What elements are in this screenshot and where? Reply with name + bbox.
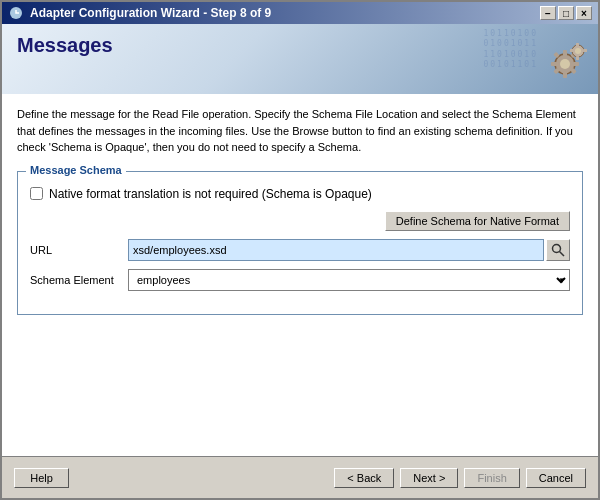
svg-rect-13 [576,43,579,47]
search-icon [551,243,565,257]
svg-rect-15 [570,49,574,52]
svg-rect-14 [576,56,579,60]
message-schema-group: Message Schema Native format translation… [17,171,583,315]
finish-button[interactable]: Finish [464,468,519,488]
group-box-legend: Message Schema [26,164,126,176]
svg-rect-5 [551,62,557,66]
footer: Help < Back Next > Finish Cancel [2,456,598,498]
header-banner: Messages 1011010001001011110100100010110… [2,24,598,94]
url-input-wrapper [128,239,570,261]
gear-icon [533,31,588,89]
svg-rect-6 [573,62,579,66]
schema-element-field-row: Schema Element employees [30,269,570,291]
maximize-button[interactable]: □ [558,6,574,20]
title-bar: Adapter Configuration Wizard - Step 8 of… [2,2,598,24]
footer-right: < Back Next > Finish Cancel [334,468,586,488]
svg-point-17 [553,244,561,252]
back-button[interactable]: < Back [334,468,394,488]
define-btn-row: Define Schema for Native Format [30,211,570,231]
svg-line-18 [560,251,565,256]
window-icon [8,5,24,21]
page-title: Messages [17,34,113,57]
help-button[interactable]: Help [14,468,69,488]
schema-element-label: Schema Element [30,274,120,286]
url-input[interactable] [128,239,544,261]
cancel-button[interactable]: Cancel [526,468,586,488]
schema-element-select-wrapper: employees [128,269,570,291]
opaque-checkbox-row: Native format translation is not require… [30,187,570,201]
browse-button[interactable] [546,239,570,261]
svg-rect-3 [563,50,567,56]
schema-element-select[interactable]: employees [128,269,570,291]
svg-point-12 [575,48,581,54]
footer-left: Help [14,468,69,488]
title-bar-left: Adapter Configuration Wizard - Step 8 of… [8,5,271,21]
header-pattern: 10110100010010111101001000101101 [483,29,538,71]
minimize-button[interactable]: − [540,6,556,20]
next-button[interactable]: Next > [400,468,458,488]
content-area: Define the message for the Read File ope… [2,94,598,456]
main-window: Adapter Configuration Wizard - Step 8 of… [0,0,600,500]
opaque-checkbox[interactable] [30,187,43,200]
url-field-row: URL [30,239,570,261]
opaque-checkbox-label: Native format translation is not require… [49,187,372,201]
define-schema-button[interactable]: Define Schema for Native Format [385,211,570,231]
url-label: URL [30,244,120,256]
svg-rect-16 [583,49,587,52]
title-bar-controls: − □ × [540,6,592,20]
description-text: Define the message for the Read File ope… [17,106,583,156]
title-bar-text: Adapter Configuration Wizard - Step 8 of… [30,6,271,20]
svg-point-2 [560,59,570,69]
close-button[interactable]: × [576,6,592,20]
svg-rect-4 [563,72,567,78]
